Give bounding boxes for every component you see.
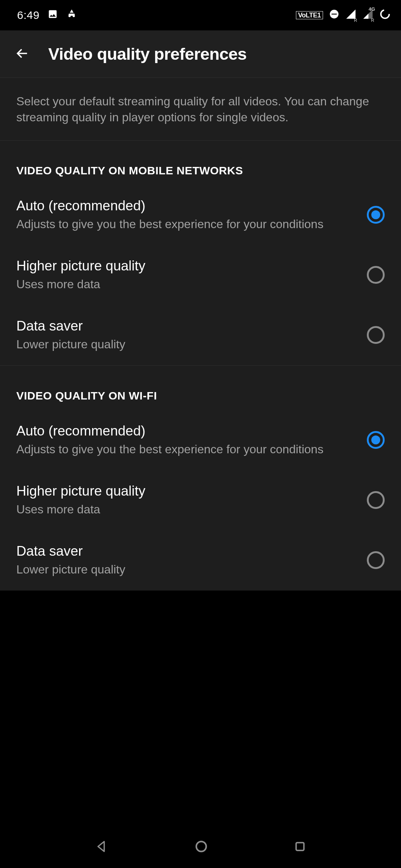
svg-point-2 xyxy=(381,10,389,18)
option-mobile-auto[interactable]: Auto (recommended) Adjusts to give you t… xyxy=(0,185,401,245)
content-area: Select your default streaming quality fo… xyxy=(0,78,401,591)
page-title: Video quality preferences xyxy=(48,45,247,64)
svg-rect-1 xyxy=(332,13,337,14)
option-subtitle: Lower picture quality xyxy=(16,562,358,578)
option-title: Auto (recommended) xyxy=(16,198,358,214)
option-subtitle: Adjusts to give you the best experience … xyxy=(16,217,358,232)
image-icon xyxy=(48,9,58,22)
status-clock: 6:49 xyxy=(17,9,39,22)
incognito-icon xyxy=(66,9,77,22)
back-arrow-icon[interactable] xyxy=(14,45,30,63)
loading-spinner-icon xyxy=(379,9,391,22)
app-bar: Video quality preferences xyxy=(0,30,401,78)
nav-home-icon[interactable] xyxy=(194,839,209,855)
section-header-wifi: VIDEO QUALITY ON WI-FI xyxy=(0,366,401,410)
radio-button-icon[interactable] xyxy=(367,551,385,569)
section-mobile: VIDEO QUALITY ON MOBILE NETWORKS Auto (r… xyxy=(0,141,401,365)
do-not-disturb-icon xyxy=(329,9,339,22)
option-wifi-higher[interactable]: Higher picture quality Uses more data xyxy=(0,470,401,530)
option-wifi-auto[interactable]: Auto (recommended) Adjusts to give you t… xyxy=(0,410,401,470)
option-wifi-saver[interactable]: Data saver Lower picture quality xyxy=(0,530,401,591)
option-title: Higher picture quality xyxy=(16,483,358,499)
option-mobile-saver[interactable]: Data saver Lower picture quality xyxy=(0,305,401,365)
svg-point-3 xyxy=(196,842,206,852)
option-subtitle: Uses more data xyxy=(16,502,358,517)
signal-2-icon: 4G R xyxy=(362,9,374,22)
section-wifi: VIDEO QUALITY ON WI-FI Auto (recommended… xyxy=(0,366,401,591)
radio-button-icon[interactable] xyxy=(367,206,385,224)
svg-rect-4 xyxy=(296,843,304,851)
intro-text: Select your default streaming quality fo… xyxy=(0,78,401,141)
navigation-bar xyxy=(0,826,401,868)
option-mobile-higher[interactable]: Higher picture quality Uses more data xyxy=(0,245,401,305)
radio-button-icon[interactable] xyxy=(367,266,385,284)
section-header-mobile: VIDEO QUALITY ON MOBILE NETWORKS xyxy=(0,141,401,185)
option-title: Auto (recommended) xyxy=(16,423,358,439)
volte-icon: VoLTE1 xyxy=(296,11,323,19)
option-subtitle: Adjusts to give you the best experience … xyxy=(16,442,358,457)
option-title: Higher picture quality xyxy=(16,258,358,274)
signal-1-icon: R xyxy=(345,9,356,22)
radio-button-icon[interactable] xyxy=(367,491,385,509)
option-subtitle: Uses more data xyxy=(16,277,358,292)
option-subtitle: Lower picture quality xyxy=(16,337,358,352)
radio-button-icon[interactable] xyxy=(367,431,385,449)
option-title: Data saver xyxy=(16,543,358,559)
status-bar: 6:49 VoLTE1 R 4G R xyxy=(0,0,401,30)
nav-recent-icon[interactable] xyxy=(293,840,307,855)
nav-back-icon[interactable] xyxy=(94,839,109,855)
radio-button-icon[interactable] xyxy=(367,326,385,344)
option-title: Data saver xyxy=(16,318,358,334)
